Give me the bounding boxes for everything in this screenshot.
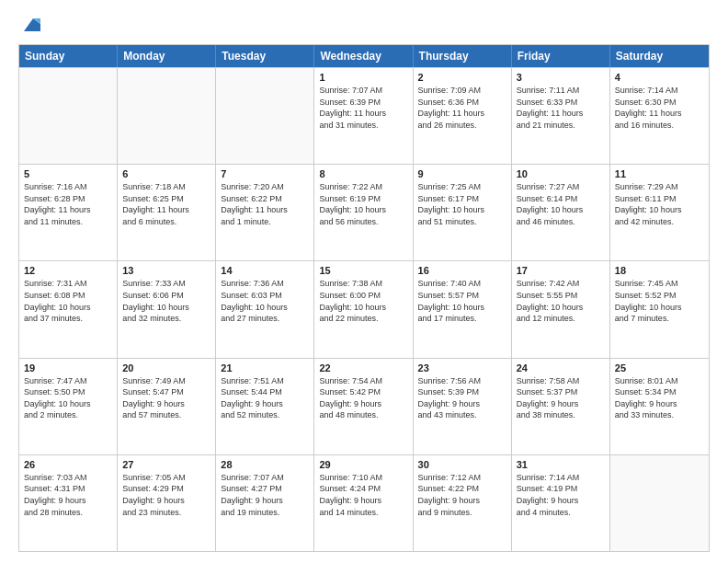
cell-daylight-info: Sunrise: 7:38 AM Sunset: 6:00 PM Dayligh… xyxy=(319,278,407,324)
cell-daylight-info: Sunrise: 7:20 AM Sunset: 6:22 PM Dayligh… xyxy=(221,181,309,227)
cell-daylight-info: Sunrise: 7:29 AM Sunset: 6:11 PM Dayligh… xyxy=(615,181,704,227)
cell-daylight-info: Sunrise: 7:07 AM Sunset: 4:27 PM Dayligh… xyxy=(221,472,309,518)
cell-daylight-info: Sunrise: 7:33 AM Sunset: 6:06 PM Dayligh… xyxy=(122,278,210,324)
calendar-cell: 12Sunrise: 7:31 AM Sunset: 6:08 PM Dayli… xyxy=(19,261,118,357)
calendar-cell: 4Sunrise: 7:14 AM Sunset: 6:30 PM Daylig… xyxy=(610,68,709,164)
calendar-cell: 3Sunrise: 7:11 AM Sunset: 6:33 PM Daylig… xyxy=(512,68,610,164)
day-number: 13 xyxy=(122,265,210,276)
day-number: 25 xyxy=(615,362,704,373)
cell-daylight-info: Sunrise: 7:22 AM Sunset: 6:19 PM Dayligh… xyxy=(319,181,407,227)
calendar-cell: 8Sunrise: 7:22 AM Sunset: 6:19 PM Daylig… xyxy=(314,165,413,260)
calendar-cell xyxy=(19,68,118,164)
cell-daylight-info: Sunrise: 7:31 AM Sunset: 6:08 PM Dayligh… xyxy=(24,278,112,324)
calendar-body: 1Sunrise: 7:07 AM Sunset: 6:39 PM Daylig… xyxy=(19,67,709,551)
calendar-cell xyxy=(610,455,709,551)
calendar-cell: 10Sunrise: 7:27 AM Sunset: 6:14 PM Dayli… xyxy=(512,165,610,260)
calendar-cell xyxy=(118,68,216,164)
cell-daylight-info: Sunrise: 7:36 AM Sunset: 6:03 PM Dayligh… xyxy=(221,278,309,324)
weekday-header-wednesday: Wednesday xyxy=(314,45,413,67)
cell-daylight-info: Sunrise: 7:03 AM Sunset: 4:31 PM Dayligh… xyxy=(24,472,112,518)
cell-daylight-info: Sunrise: 7:54 AM Sunset: 5:42 PM Dayligh… xyxy=(319,375,407,421)
calendar-cell: 7Sunrise: 7:20 AM Sunset: 6:22 PM Daylig… xyxy=(216,165,314,260)
calendar-cell xyxy=(216,68,314,164)
cell-daylight-info: Sunrise: 7:45 AM Sunset: 5:52 PM Dayligh… xyxy=(615,278,704,324)
weekday-header-tuesday: Tuesday xyxy=(216,45,314,67)
calendar-cell: 22Sunrise: 7:54 AM Sunset: 5:42 PM Dayli… xyxy=(314,359,413,454)
calendar-row-3: 12Sunrise: 7:31 AM Sunset: 6:08 PM Dayli… xyxy=(19,260,709,357)
cell-daylight-info: Sunrise: 8:01 AM Sunset: 5:34 PM Dayligh… xyxy=(615,375,704,421)
day-number: 24 xyxy=(517,362,605,373)
weekday-header-thursday: Thursday xyxy=(414,45,512,67)
day-number: 7 xyxy=(221,168,309,179)
cell-daylight-info: Sunrise: 7:16 AM Sunset: 6:28 PM Dayligh… xyxy=(24,181,112,227)
calendar-cell: 16Sunrise: 7:40 AM Sunset: 5:57 PM Dayli… xyxy=(414,261,512,357)
day-number: 21 xyxy=(221,362,309,373)
cell-daylight-info: Sunrise: 7:25 AM Sunset: 6:17 PM Dayligh… xyxy=(418,181,506,227)
day-number: 8 xyxy=(319,168,407,179)
day-number: 6 xyxy=(122,168,210,179)
day-number: 19 xyxy=(24,362,112,373)
calendar-cell: 1Sunrise: 7:07 AM Sunset: 6:39 PM Daylig… xyxy=(314,68,413,164)
day-number: 9 xyxy=(418,168,506,179)
calendar-cell: 18Sunrise: 7:45 AM Sunset: 5:52 PM Dayli… xyxy=(610,261,709,357)
day-number: 2 xyxy=(418,72,506,83)
cell-daylight-info: Sunrise: 7:58 AM Sunset: 5:37 PM Dayligh… xyxy=(517,375,605,421)
calendar-cell: 24Sunrise: 7:58 AM Sunset: 5:37 PM Dayli… xyxy=(512,359,610,454)
calendar-cell: 29Sunrise: 7:10 AM Sunset: 4:24 PM Dayli… xyxy=(314,455,413,551)
day-number: 30 xyxy=(418,459,506,470)
cell-daylight-info: Sunrise: 7:12 AM Sunset: 4:22 PM Dayligh… xyxy=(418,472,506,518)
calendar-cell: 5Sunrise: 7:16 AM Sunset: 6:28 PM Daylig… xyxy=(19,165,118,260)
calendar-cell: 6Sunrise: 7:18 AM Sunset: 6:25 PM Daylig… xyxy=(118,165,216,260)
logo xyxy=(18,15,40,35)
day-number: 3 xyxy=(517,72,605,83)
header xyxy=(18,15,710,35)
calendar-cell: 21Sunrise: 7:51 AM Sunset: 5:44 PM Dayli… xyxy=(216,359,314,454)
calendar-cell: 15Sunrise: 7:38 AM Sunset: 6:00 PM Dayli… xyxy=(314,261,413,357)
calendar-cell: 13Sunrise: 7:33 AM Sunset: 6:06 PM Dayli… xyxy=(118,261,216,357)
cell-daylight-info: Sunrise: 7:11 AM Sunset: 6:33 PM Dayligh… xyxy=(517,85,605,131)
calendar-row-1: 1Sunrise: 7:07 AM Sunset: 6:39 PM Daylig… xyxy=(19,67,709,164)
cell-daylight-info: Sunrise: 7:14 AM Sunset: 6:30 PM Dayligh… xyxy=(615,85,704,131)
calendar-cell: 31Sunrise: 7:14 AM Sunset: 4:19 PM Dayli… xyxy=(512,455,610,551)
cell-daylight-info: Sunrise: 7:27 AM Sunset: 6:14 PM Dayligh… xyxy=(517,181,605,227)
calendar-cell: 11Sunrise: 7:29 AM Sunset: 6:11 PM Dayli… xyxy=(610,165,709,260)
day-number: 10 xyxy=(517,168,605,179)
day-number: 14 xyxy=(221,265,309,276)
cell-daylight-info: Sunrise: 7:14 AM Sunset: 4:19 PM Dayligh… xyxy=(517,472,605,518)
logo-icon xyxy=(20,15,40,35)
calendar-cell: 27Sunrise: 7:05 AM Sunset: 4:29 PM Dayli… xyxy=(118,455,216,551)
calendar-row-2: 5Sunrise: 7:16 AM Sunset: 6:28 PM Daylig… xyxy=(19,164,709,260)
cell-daylight-info: Sunrise: 7:47 AM Sunset: 5:50 PM Dayligh… xyxy=(24,375,112,421)
day-number: 15 xyxy=(319,265,407,276)
day-number: 1 xyxy=(319,72,407,83)
cell-daylight-info: Sunrise: 7:42 AM Sunset: 5:55 PM Dayligh… xyxy=(517,278,605,324)
day-number: 11 xyxy=(615,168,704,179)
day-number: 26 xyxy=(24,459,112,470)
calendar-header: SundayMondayTuesdayWednesdayThursdayFrid… xyxy=(19,45,709,67)
cell-daylight-info: Sunrise: 7:09 AM Sunset: 6:36 PM Dayligh… xyxy=(418,85,506,131)
calendar-row-5: 26Sunrise: 7:03 AM Sunset: 4:31 PM Dayli… xyxy=(19,454,709,551)
cell-daylight-info: Sunrise: 7:05 AM Sunset: 4:29 PM Dayligh… xyxy=(122,472,210,518)
cell-daylight-info: Sunrise: 7:51 AM Sunset: 5:44 PM Dayligh… xyxy=(221,375,309,421)
weekday-header-friday: Friday xyxy=(512,45,610,67)
page: SundayMondayTuesdayWednesdayThursdayFrid… xyxy=(0,0,728,563)
calendar-cell: 2Sunrise: 7:09 AM Sunset: 6:36 PM Daylig… xyxy=(414,68,512,164)
calendar-cell: 14Sunrise: 7:36 AM Sunset: 6:03 PM Dayli… xyxy=(216,261,314,357)
day-number: 17 xyxy=(517,265,605,276)
day-number: 20 xyxy=(122,362,210,373)
calendar-cell: 17Sunrise: 7:42 AM Sunset: 5:55 PM Dayli… xyxy=(512,261,610,357)
calendar: SundayMondayTuesdayWednesdayThursdayFrid… xyxy=(18,44,710,552)
day-number: 22 xyxy=(319,362,407,373)
day-number: 4 xyxy=(615,72,704,83)
day-number: 27 xyxy=(122,459,210,470)
calendar-cell: 20Sunrise: 7:49 AM Sunset: 5:47 PM Dayli… xyxy=(118,359,216,454)
weekday-header-sunday: Sunday xyxy=(19,45,118,67)
calendar-row-4: 19Sunrise: 7:47 AM Sunset: 5:50 PM Dayli… xyxy=(19,358,709,454)
calendar-cell: 30Sunrise: 7:12 AM Sunset: 4:22 PM Dayli… xyxy=(414,455,512,551)
day-number: 16 xyxy=(418,265,506,276)
calendar-cell: 25Sunrise: 8:01 AM Sunset: 5:34 PM Dayli… xyxy=(610,359,709,454)
day-number: 29 xyxy=(319,459,407,470)
day-number: 12 xyxy=(24,265,112,276)
cell-daylight-info: Sunrise: 7:56 AM Sunset: 5:39 PM Dayligh… xyxy=(418,375,506,421)
cell-daylight-info: Sunrise: 7:10 AM Sunset: 4:24 PM Dayligh… xyxy=(319,472,407,518)
